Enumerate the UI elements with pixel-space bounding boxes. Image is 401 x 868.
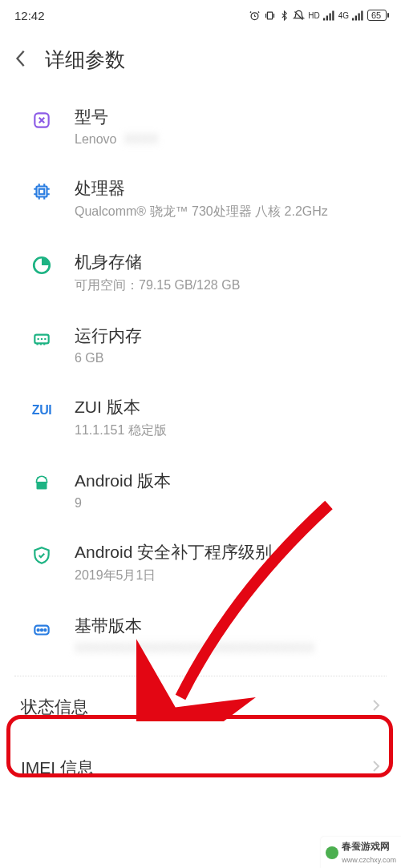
model-title: 型号 bbox=[75, 106, 380, 128]
cpu-icon bbox=[30, 180, 53, 203]
storage-value: 可用空间：79.15 GB/128 GB bbox=[75, 277, 380, 294]
svg-rect-5 bbox=[332, 10, 334, 20]
item-android[interactable]: Android 版本 9 bbox=[0, 454, 401, 526]
zui-value: 11.1.151 稳定版 bbox=[75, 422, 380, 439]
imei-info-label: IMEI 信息 bbox=[21, 757, 94, 779]
settings-list: 型号 Lenovo XXXX 处理器 Qualcomm® 骁龙™ 730处理器 … bbox=[0, 91, 401, 798]
svg-rect-6 bbox=[352, 18, 354, 20]
baseband-icon bbox=[30, 618, 53, 640]
model-icon bbox=[30, 109, 53, 131]
status-bar: 12:42 HD 4G 65 bbox=[0, 0, 401, 27]
item-ram[interactable]: 运行内存 6 GB bbox=[0, 309, 401, 381]
chevron-right-icon bbox=[372, 760, 380, 776]
svg-rect-2 bbox=[323, 18, 325, 20]
patch-title: Android 安全补丁程序级别 bbox=[75, 541, 380, 563]
ram-value: 6 GB bbox=[75, 351, 380, 365]
svg-rect-1 bbox=[268, 12, 273, 19]
item-storage[interactable]: 机身存储 可用空间：79.15 GB/128 GB bbox=[0, 236, 401, 309]
shield-icon bbox=[30, 544, 53, 567]
svg-rect-9 bbox=[361, 10, 363, 20]
svg-point-20 bbox=[41, 629, 43, 631]
vibrate-icon bbox=[264, 10, 276, 22]
page-title: 详细参数 bbox=[45, 46, 125, 73]
zui-icon: ZUI bbox=[30, 399, 53, 422]
svg-rect-12 bbox=[39, 189, 45, 195]
item-patch[interactable]: Android 安全补丁程序级别 2019年5月1日 bbox=[0, 526, 401, 600]
status-icons: HD 4G 65 bbox=[249, 10, 387, 22]
nav-status-info[interactable]: 状态信息 bbox=[0, 676, 401, 737]
signal2-icon bbox=[352, 10, 364, 21]
svg-rect-11 bbox=[37, 187, 47, 197]
dnd-icon bbox=[293, 10, 305, 22]
svg-point-16 bbox=[38, 479, 40, 481]
android-value: 9 bbox=[75, 496, 380, 511]
net-label: 4G bbox=[338, 11, 349, 20]
baseband-title: 基带版本 bbox=[75, 615, 380, 637]
svg-rect-8 bbox=[358, 13, 360, 20]
item-cpu[interactable]: 处理器 Qualcomm® 骁龙™ 730处理器 八核 2.2GHz bbox=[0, 162, 401, 236]
svg-point-17 bbox=[43, 479, 45, 481]
battery-indicator: 65 bbox=[367, 10, 387, 21]
item-model[interactable]: 型号 Lenovo XXXX bbox=[0, 91, 401, 162]
storage-title: 机身存储 bbox=[75, 251, 380, 273]
alarm-icon bbox=[249, 10, 261, 22]
android-title: Android 版本 bbox=[75, 470, 380, 492]
svg-rect-15 bbox=[37, 482, 47, 490]
item-baseband[interactable]: 基带版本 XXXXXXXXXXXXXXXXXXXXXXXXXXXX bbox=[0, 600, 401, 671]
page-header: 详细参数 bbox=[0, 27, 401, 91]
zui-title: ZUI 版本 bbox=[75, 396, 380, 418]
svg-point-19 bbox=[38, 629, 39, 631]
back-button[interactable] bbox=[14, 49, 26, 71]
svg-point-21 bbox=[44, 629, 46, 631]
patch-value: 2019年5月1日 bbox=[75, 567, 380, 584]
watermark-url: www.czchxy.com bbox=[342, 856, 396, 864]
svg-rect-7 bbox=[355, 15, 357, 20]
nav-imei-info[interactable]: IMEI 信息 bbox=[0, 737, 401, 798]
cpu-value: Qualcomm® 骁龙™ 730处理器 八核 2.2GHz bbox=[75, 204, 380, 220]
signal-icon bbox=[323, 10, 335, 21]
hd-label: HD bbox=[308, 11, 319, 20]
watermark-site: 春蚕游戏网 bbox=[342, 841, 390, 852]
watermark-logo-icon bbox=[326, 846, 338, 859]
ram-icon bbox=[30, 328, 53, 350]
chevron-right-icon bbox=[372, 699, 380, 715]
ram-title: 运行内存 bbox=[75, 325, 380, 347]
svg-rect-4 bbox=[329, 13, 330, 20]
status-info-label: 状态信息 bbox=[21, 696, 88, 718]
svg-rect-3 bbox=[326, 15, 327, 20]
model-value: Lenovo XXXX bbox=[75, 132, 380, 147]
storage-icon bbox=[30, 254, 53, 277]
item-zui[interactable]: ZUI ZUI 版本 11.1.151 稳定版 bbox=[0, 381, 401, 454]
android-icon bbox=[30, 473, 53, 495]
cpu-title: 处理器 bbox=[75, 177, 380, 200]
watermark: 春蚕游戏网 www.czchxy.com bbox=[321, 837, 401, 868]
baseband-value: XXXXXXXXXXXXXXXXXXXXXXXXXXXX bbox=[75, 641, 314, 656]
clock: 12:42 bbox=[14, 9, 45, 22]
bluetooth-icon bbox=[279, 10, 290, 22]
